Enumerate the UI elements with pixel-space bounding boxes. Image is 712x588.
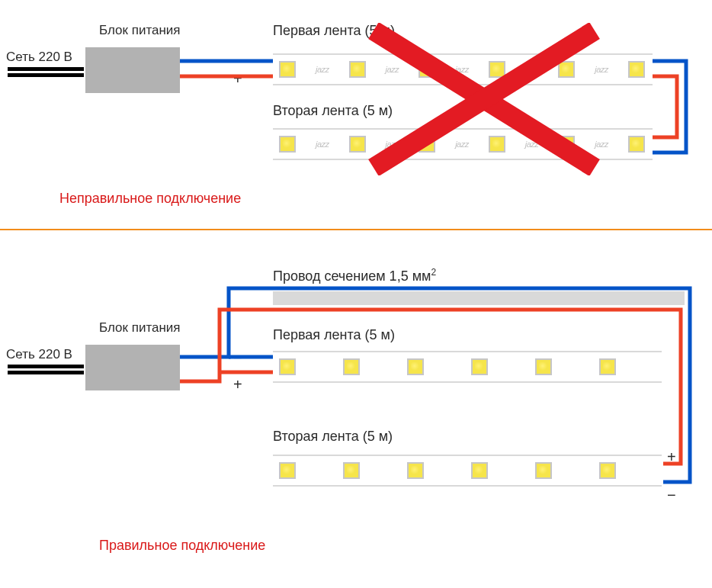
led-icon	[419, 136, 435, 153]
led-icon	[279, 61, 296, 78]
led-icon	[419, 61, 435, 78]
led-icon	[279, 462, 296, 479]
led-icon	[343, 358, 360, 375]
wrong-caption: Неправильное подключение	[59, 191, 241, 207]
led-icon	[349, 136, 366, 153]
led-icon	[471, 462, 488, 479]
led-icon	[599, 462, 616, 479]
led-strip-2: jazz jazz jazz jazz jazz	[273, 128, 653, 160]
correct-connection-diagram: Провод сечением 1,5 мм2 Блок питания Сет…	[0, 236, 712, 587]
led-icon	[599, 358, 616, 375]
led-icon	[471, 358, 488, 375]
strip1-label: Первая лента (5 м)	[273, 23, 395, 39]
brand-label: jazz	[316, 140, 329, 149]
led-icon	[349, 61, 366, 78]
led-icon	[489, 61, 505, 78]
divider-line	[0, 229, 712, 230]
brand-label: jazz	[386, 65, 399, 74]
brand-label: jazz	[595, 140, 608, 149]
led-strip-2	[273, 455, 662, 487]
led-icon	[535, 462, 552, 479]
correct-caption: Правильное подключение	[99, 538, 265, 554]
led-icon	[279, 358, 296, 375]
brand-label: jazz	[525, 140, 539, 149]
led-strip-1: jazz jazz jazz jazz jazz	[273, 53, 653, 85]
strip2-label: Вторая лента (5 м)	[273, 103, 393, 119]
brand-label: jazz	[316, 65, 329, 74]
wrong-connection-diagram: Блок питания Сеть 220 В − + Первая лента…	[0, 0, 712, 236]
wires-bottom	[0, 236, 712, 587]
led-icon	[558, 136, 575, 153]
led-icon	[407, 358, 424, 375]
led-icon	[489, 136, 505, 153]
led-icon	[279, 136, 296, 153]
led-icon	[407, 462, 424, 479]
strip2-label: Вторая лента (5 м)	[273, 429, 393, 445]
plus-sign: +	[667, 448, 676, 466]
led-strip-1	[273, 351, 662, 383]
brand-label: jazz	[595, 65, 608, 74]
brand-label: jazz	[386, 140, 399, 149]
brand-label: jazz	[455, 65, 469, 74]
led-icon	[628, 61, 645, 78]
brand-label: jazz	[525, 65, 539, 74]
led-icon	[628, 136, 645, 153]
brand-label: jazz	[455, 140, 469, 149]
minus-sign: −	[667, 487, 676, 504]
led-icon	[535, 358, 552, 375]
led-icon	[558, 61, 575, 78]
led-icon	[343, 462, 360, 479]
